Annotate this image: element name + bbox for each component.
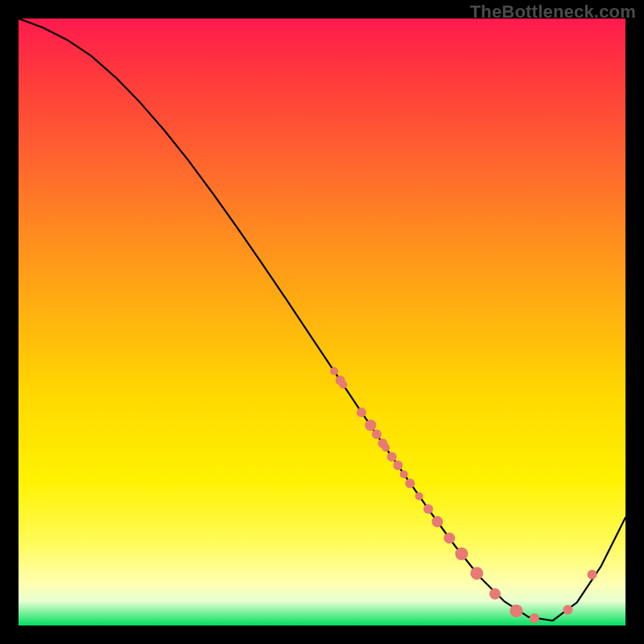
highlight-dot <box>530 613 539 623</box>
highlight-dot <box>357 407 366 417</box>
highlight-dot <box>563 605 572 614</box>
highlight-dot <box>387 452 397 461</box>
chart-svg <box>19 19 625 625</box>
highlight-dot <box>415 492 423 500</box>
highlight-dot <box>588 570 597 580</box>
highlight-dot <box>330 367 338 375</box>
highlight-dot <box>423 504 433 514</box>
highlight-dot <box>489 588 501 600</box>
highlight-dot <box>455 547 468 560</box>
highlight-dot <box>382 444 390 452</box>
highlight-dot <box>365 419 376 431</box>
highlight-dot <box>405 479 415 489</box>
watermark-text: TheBottleneck.com <box>470 2 636 23</box>
highlight-dot <box>431 516 443 527</box>
bottleneck-curve <box>19 19 625 621</box>
highlight-dot <box>444 532 455 543</box>
highlight-dot <box>470 567 483 580</box>
highlight-dot <box>372 430 382 440</box>
highlight-dots <box>330 367 597 623</box>
highlight-dot <box>339 381 347 389</box>
highlight-dot <box>393 460 402 470</box>
chart-area <box>19 19 625 625</box>
highlight-dot <box>510 605 522 617</box>
highlight-dot <box>400 470 408 478</box>
